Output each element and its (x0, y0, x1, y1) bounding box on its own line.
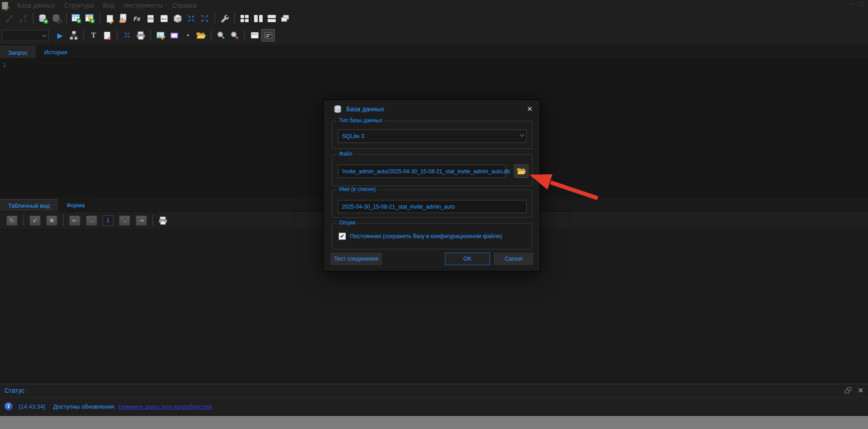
connect-icon[interactable] (3, 12, 16, 25)
db-name-input[interactable]: 2025-04-30_15-08-21_stat_invite_admin_au… (338, 200, 527, 213)
view-selector-dropdown-icon[interactable]: ▾ (181, 29, 194, 42)
results-table-icon[interactable] (248, 29, 261, 42)
db-type-value: SQLite 3 (342, 133, 364, 139)
format-sql-icon[interactable]: T (87, 29, 100, 42)
open-sql-editor-icon[interactable] (103, 12, 117, 25)
restore-database-icon[interactable] (50, 12, 63, 25)
folder-icon (517, 167, 526, 175)
group-name: Имя (в списке) 2025-04-30_15-08-21_stat_… (332, 190, 533, 218)
toolbar-separator (117, 30, 118, 40)
file-path-input[interactable]: 'invite_admin_auto/2025-04-30_15-08-21_s… (338, 165, 506, 178)
browse-file-button[interactable] (514, 164, 528, 178)
first-row-icon[interactable]: ⇤ (69, 215, 80, 226)
toolbar-separator (23, 215, 24, 225)
db-type-combobox[interactable]: SQLite 3 (338, 129, 527, 143)
extensions-icon[interactable] (171, 12, 184, 25)
mdi-cascade-icon[interactable] (278, 12, 292, 25)
add-view-icon[interactable] (83, 12, 97, 25)
add-database-icon[interactable] (36, 12, 50, 25)
menu-tools[interactable]: Инструменты (119, 1, 167, 10)
permanent-checkbox-label: Постоянная (сохранить базу в конфигураци… (350, 233, 502, 239)
execute-query-icon[interactable]: ▶ (53, 29, 67, 42)
group-db-type: Тип базы данных SQLite 3 (332, 121, 533, 149)
functions-editor-icon[interactable]: Fx (130, 12, 144, 25)
mdi-horizontal-icon[interactable] (265, 12, 278, 25)
search-edit-icon[interactable] (228, 29, 241, 42)
toolbar-separator (244, 30, 245, 40)
query-toolbar: ▶ T ↘↙↗↖ ▾ (0, 26, 868, 44)
toolbar-separator (66, 14, 67, 24)
undock-icon[interactable] (845, 387, 851, 393)
ok-button[interactable]: OK (445, 253, 490, 265)
last-row-icon[interactable]: ⇥ (136, 215, 147, 226)
print-icon[interactable] (134, 29, 147, 42)
permanent-checkbox[interactable]: ✔ (339, 233, 346, 240)
tab-history[interactable]: История (36, 46, 75, 58)
collapse-windows-icon[interactable]: ↘↙↗↖ (184, 12, 198, 25)
toolbar-separator (211, 30, 212, 40)
refresh-grid-icon[interactable]: ↻ (6, 215, 18, 226)
tab-grid-view[interactable]: Табличный вид (0, 199, 58, 211)
line-number: 1 (3, 62, 6, 68)
mdi-vertical-icon[interactable] (251, 12, 265, 25)
console-view-icon[interactable] (261, 29, 275, 42)
status-update-link[interactable]: Нажмите здесь для подробностей (118, 403, 212, 410)
menu-structure[interactable]: Структура (59, 1, 98, 10)
query-tabbar: Запрос История (0, 44, 868, 59)
menu-view[interactable]: Вид (99, 1, 119, 10)
toolbar-separator (83, 30, 84, 40)
disconnect-icon[interactable] (16, 12, 30, 25)
commit-icon[interactable]: ✔ (29, 215, 41, 226)
chevron-down-icon (520, 132, 524, 137)
fit-columns-icon[interactable]: ↘↙↗↖ (120, 29, 134, 42)
status-message-row: i [14:43:34] Доступны обновления. Нажмит… (0, 397, 868, 415)
tab-query[interactable]: Запрос (0, 46, 36, 58)
open-file-icon[interactable] (194, 29, 208, 42)
screen: База данных Структура Вид Инструменты Сп… (0, 0, 868, 429)
menu-database[interactable]: База данных (13, 1, 59, 10)
pencil-icon (5, 6, 9, 11)
database-icon (334, 105, 342, 114)
toolbar-separator (99, 14, 100, 24)
toolbar-separator (33, 14, 33, 24)
red-dot (108, 37, 111, 40)
search-icon[interactable] (214, 29, 228, 42)
explain-plan-icon[interactable] (67, 29, 80, 42)
prev-row-icon[interactable]: ← (86, 215, 97, 226)
browse-data-icon[interactable] (117, 12, 130, 25)
dialog-titlebar: База данных ✕ (324, 100, 540, 118)
test-connection-button[interactable]: Тест соединения (330, 253, 382, 265)
add-table-icon[interactable] (70, 12, 83, 25)
rollback-icon[interactable]: ✖ (46, 215, 57, 226)
tab-form-view[interactable]: Форма (58, 199, 93, 211)
configuration-wrench-icon[interactable] (218, 12, 231, 25)
group-options-label: Опции (337, 219, 358, 226)
dialog-title: База данных (346, 105, 384, 113)
page-number-box[interactable]: 1 (103, 215, 113, 226)
status-panel-header: Статус ✕ (0, 384, 868, 397)
expand-windows-icon[interactable]: ↖↗↙↘ (198, 12, 212, 25)
export-results-icon[interactable] (154, 29, 167, 42)
collations-editor-icon[interactable]: a-z (157, 12, 171, 25)
print-grid-icon[interactable] (156, 214, 170, 227)
minimize-icon[interactable]: — (849, 1, 855, 7)
toolbar-separator (150, 30, 151, 40)
dialog-close-icon[interactable]: ✕ (527, 105, 533, 113)
chevron-down-icon (42, 33, 47, 37)
database-combobox[interactable] (2, 30, 49, 41)
menu-help[interactable]: Справка (167, 1, 201, 10)
next-row-icon[interactable]: → (119, 215, 130, 226)
maximize-icon[interactable]: ▢ (859, 1, 864, 7)
cancel-button[interactable]: Cancel (494, 253, 533, 265)
sql-scripts-icon[interactable]: <> (144, 12, 157, 25)
group-file-label: Файл (337, 151, 355, 157)
close-icon[interactable]: ✕ (858, 387, 863, 394)
view-selector-icon[interactable] (167, 29, 181, 42)
toolbar-separator (152, 215, 153, 225)
clear-editor-icon[interactable] (100, 29, 114, 42)
group-file: Файл 'invite_admin_auto/2025-04-30_15-08… (332, 154, 533, 186)
mdi-tile-icon[interactable] (238, 12, 251, 25)
window-controls: — ▢ (849, 1, 864, 7)
toolbar-separator (214, 14, 215, 24)
pencil-icon (110, 19, 114, 24)
